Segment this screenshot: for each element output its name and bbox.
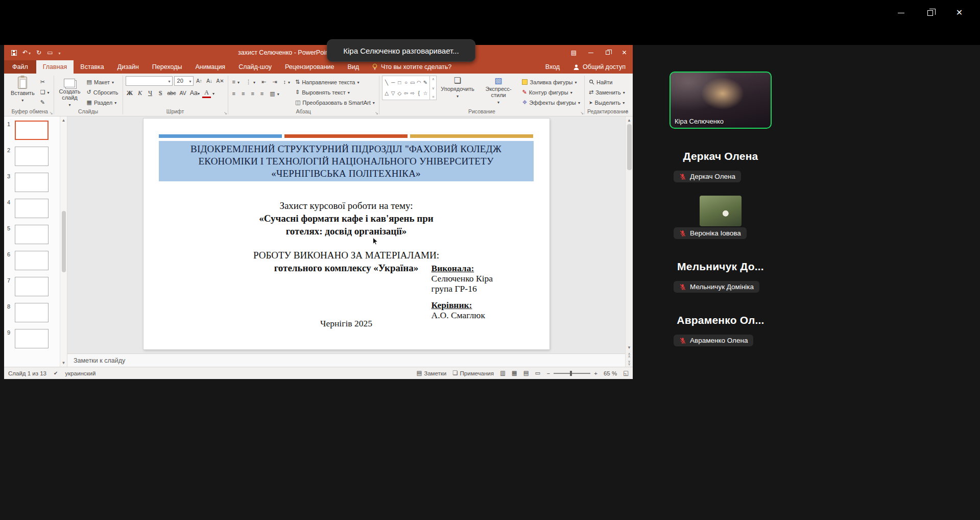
shrink-font-button[interactable] (205, 76, 214, 86)
slide-canvas[interactable]: ВІДОКРЕМЛЕНИЙ СТРУКТУРНИЙ ПІДРОЗДІЛ "ФАХ… (144, 119, 549, 349)
zoom-out-button[interactable]: − (546, 370, 550, 376)
view-slideshow-button[interactable] (535, 370, 541, 376)
slide-title-box[interactable]: ВІДОКРЕМЛЕНИЙ СТРУКТУРНИЙ ПІДРОЗДІЛ "ФАХ… (159, 141, 534, 181)
font-name-combobox[interactable] (126, 76, 173, 86)
decrease-indent-button[interactable] (260, 78, 268, 86)
participant-video-tile-iovova[interactable] (700, 196, 742, 226)
grow-font-button[interactable] (195, 76, 204, 86)
increase-indent-button[interactable] (271, 78, 278, 86)
scrollbar-thumb[interactable] (627, 124, 632, 170)
change-case-button[interactable]: Aa (189, 88, 201, 98)
shape-brace-icon[interactable]: { (418, 90, 420, 96)
shape-oval-icon[interactable]: ○ (404, 80, 408, 85)
zoom-in-button[interactable]: + (594, 370, 597, 376)
align-text-button[interactable]: Выровнять текст (294, 88, 376, 97)
numbering-button[interactable] (244, 78, 257, 86)
replace-button[interactable]: Заменить (587, 88, 627, 97)
ppt-restore-button[interactable] (599, 45, 616, 60)
shape-line-icon[interactable]: ╲ (385, 80, 388, 85)
undo-button[interactable] (22, 50, 31, 56)
font-size-combobox[interactable]: 20 (174, 76, 194, 86)
scroll-up-icon[interactable]: ▲ (627, 118, 631, 123)
main-scrollbar[interactable]: ▲ ▼ ∧∧ ∨∨ (625, 116, 633, 367)
font-color-button[interactable]: А (202, 88, 211, 98)
quick-styles-button[interactable]: Экспресс-стили (479, 76, 519, 106)
speaker-video-tile[interactable]: Кіра Селюченко (670, 72, 772, 129)
slide-thumbnail-8[interactable]: 8 (7, 303, 58, 322)
scroll-down-icon[interactable]: ∨ (432, 86, 435, 90)
os-minimize-button[interactable] (887, 0, 916, 26)
slide-thumbnail-3[interactable]: 3 (7, 173, 58, 192)
tab-view[interactable]: Вид (341, 60, 366, 74)
dialog-launcher-icon[interactable] (375, 111, 378, 115)
zoom-slider-thumb[interactable] (570, 371, 572, 376)
collapse-ribbon-icon[interactable] (625, 109, 629, 114)
shape-fill-button[interactable]: Заливка фигуры (520, 78, 582, 86)
dialog-launcher-icon[interactable] (50, 111, 53, 115)
os-restore-button[interactable] (916, 0, 945, 26)
tab-transitions[interactable]: Переходы (146, 60, 189, 74)
tab-insert[interactable]: Вставка (74, 60, 110, 74)
save-button[interactable] (11, 50, 17, 56)
strikethrough-button[interactable]: abc (166, 88, 177, 98)
copy-button[interactable] (39, 88, 51, 97)
view-normal-button[interactable] (500, 370, 506, 376)
shape-freeform-icon[interactable]: ✎ (423, 80, 427, 85)
scroll-up-icon[interactable]: ∧ (432, 77, 435, 81)
align-right-button[interactable] (249, 89, 255, 98)
underline-button[interactable]: Ч (146, 88, 155, 98)
scroll-down-icon[interactable]: ▼ (627, 345, 631, 350)
sign-in-button[interactable]: Вход (539, 60, 566, 74)
tab-animations[interactable]: Анимация (188, 60, 232, 74)
text-shadow-button[interactable]: S (156, 88, 165, 98)
previous-slide-button[interactable]: ∧∧ (628, 352, 630, 358)
next-slide-button[interactable]: ∨∨ (628, 360, 630, 365)
character-spacing-button[interactable]: AV (178, 88, 187, 98)
redo-button[interactable] (36, 50, 41, 56)
bullets-button[interactable] (231, 78, 241, 86)
shape-diamond-icon[interactable]: ◇ (397, 90, 401, 96)
tell-me-box[interactable]: Что вы хотите сделать? (366, 60, 458, 74)
align-center-button[interactable] (240, 89, 246, 98)
new-slide-button[interactable]: Создать слайд (56, 76, 83, 108)
cut-button[interactable] (39, 78, 51, 86)
start-slideshow-button[interactable] (47, 50, 53, 56)
shape-triangle-down-icon[interactable]: ▽ (391, 90, 395, 96)
ribbon-display-options-button[interactable] (565, 45, 582, 60)
tab-review[interactable]: Рецензирование (278, 60, 341, 74)
justify-button[interactable] (259, 89, 265, 98)
tab-file[interactable]: Файл (4, 60, 36, 74)
convert-to-smartart-button[interactable]: Преобразовать в SmartArt (294, 98, 376, 107)
paste-button[interactable]: Вставить (9, 76, 37, 104)
notes-toggle-button[interactable]: Заметки (416, 370, 446, 376)
participant-badge-avramenko[interactable]: Авраменко Олена (674, 335, 753, 346)
select-button[interactable]: Выделить (587, 98, 627, 107)
scrollbar-thumb[interactable] (62, 211, 66, 272)
shape-effects-button[interactable]: Эффекты фигуры (520, 98, 582, 107)
shape-rect-icon[interactable]: □ (398, 80, 401, 85)
slide-editing-area[interactable]: ВІДОКРЕМЛЕНИЙ СТРУКТУРНИЙ ПІДРОЗДІЛ "ФАХ… (67, 116, 625, 353)
slide-thumbnail-7[interactable]: 7 (7, 277, 58, 296)
view-reading-button[interactable] (523, 370, 529, 376)
shape-arc-icon[interactable]: ◠ (417, 80, 421, 85)
slide-thumbnail-4[interactable]: 4 (7, 199, 58, 218)
tab-slideshow[interactable]: Слайд-шоу (232, 60, 278, 74)
participant-badge-iovova[interactable]: Вероніка Іовова (674, 227, 747, 239)
find-button[interactable]: Найти (587, 78, 627, 86)
slide-thumbnail-6[interactable]: 6 (7, 251, 58, 270)
shape-arrow-left-icon[interactable]: ⇦ (404, 90, 408, 96)
shape-triangle-icon[interactable]: △ (385, 90, 389, 96)
thumbnail-scrollbar[interactable]: ▲ ▼ (60, 116, 67, 367)
line-spacing-button[interactable] (281, 78, 292, 86)
shape-hline-icon[interactable]: ─ (391, 80, 395, 85)
slide-thumbnail-2[interactable]: 2 (7, 147, 58, 166)
slide-counter[interactable]: Слайд 1 из 13 (8, 370, 46, 376)
format-painter-button[interactable] (39, 98, 51, 107)
tab-design[interactable]: Дизайн (111, 60, 146, 74)
slide-credits-block[interactable]: Виконала: Селюченко Кіра група ГР-16 Кер… (432, 263, 493, 320)
layout-button[interactable]: Макет (85, 78, 119, 86)
os-close-button[interactable]: ✕ (945, 0, 974, 26)
customize-qat-button[interactable] (58, 50, 60, 56)
shape-star-icon[interactable]: ☆ (423, 90, 427, 96)
zoom-level[interactable]: 65 % (604, 370, 617, 376)
